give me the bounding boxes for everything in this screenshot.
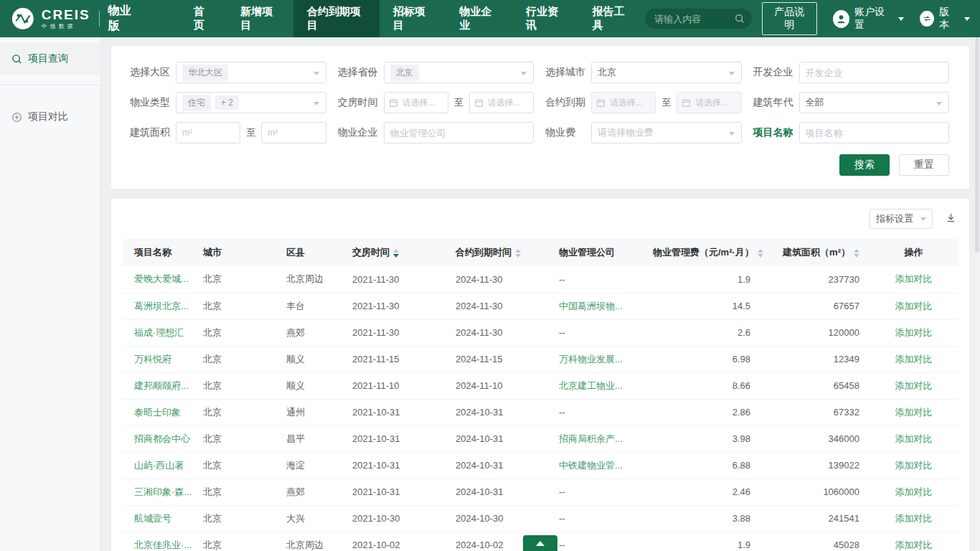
delivery-date-cell: 2021-10-31 — [347, 452, 450, 479]
delivery-from-datepicker[interactable]: 请选择... — [384, 92, 448, 113]
province-select[interactable]: 北京 — [384, 62, 534, 83]
company-link[interactable]: 中国葛洲坝物... — [559, 301, 623, 311]
city-cell: 北京 — [197, 346, 281, 372]
nav-item-new-projects[interactable]: 新增项目 — [227, 0, 293, 37]
add-compare-link[interactable]: 添加对比 — [895, 273, 933, 284]
sort-icon[interactable] — [854, 249, 859, 258]
add-compare-link[interactable]: 添加对比 — [895, 407, 933, 418]
table-row: 建邦顺颐府...北京顺义2021-11-102024-11-10北京建工物业..… — [123, 372, 958, 399]
delivery-to-datepicker[interactable]: 请选择... — [469, 92, 534, 113]
company-cell: -- — [553, 266, 647, 293]
account-settings-dropdown[interactable]: 账户设置 — [833, 6, 904, 32]
nav-item-report-tools[interactable]: 报告工具 — [579, 0, 646, 37]
project-link[interactable]: 泰晤士印象 — [134, 407, 181, 418]
action-cell: 添加对比 — [870, 479, 958, 505]
nav-item-contract-expiry-projects[interactable]: 合约到期项目 — [293, 0, 380, 37]
project-link[interactable]: 三湘印象·森... — [134, 486, 192, 497]
area-label: 建筑面积 — [130, 126, 176, 139]
date-placeholder: 请选择... — [610, 97, 643, 109]
nav-item-industry-news[interactable]: 行业资讯 — [512, 0, 579, 37]
version-dropdown[interactable]: 版本 — [920, 6, 970, 32]
scrollbar-thumb[interactable] — [975, 37, 979, 253]
district-cell: 丰台 — [281, 293, 347, 319]
back-to-top-button[interactable] — [523, 535, 557, 551]
project-link[interactable]: 建邦顺颐府... — [134, 380, 189, 391]
table-row: 福成·理想汇北京燕郊2021-11-302024-11-30--2.612000… — [123, 319, 958, 346]
table-row: 航城壹号北京大兴2021-10-302024-10-30--3.88241541… — [123, 505, 958, 532]
column-header-fee[interactable]: 物业管理费（元/m²·月） — [647, 239, 760, 266]
table-row: 万科悦府北京顺义2021-11-152024-11-15万科物业发展...6.9… — [123, 346, 958, 372]
project-name-cell: 航城壹号 — [123, 505, 197, 532]
sidebar-item-project-search[interactable]: 项目查询 — [0, 43, 100, 75]
project-link[interactable]: 福成·理想汇 — [134, 327, 184, 338]
search-button[interactable]: 搜索 — [839, 154, 890, 176]
project-link[interactable]: 万科悦府 — [134, 354, 171, 364]
column-header-company: 物业管理公司 — [553, 239, 647, 266]
table-row: 泰晤士印象北京通州2021-10-312024-10-31--2.8667332… — [123, 399, 958, 425]
product-info-button[interactable]: 产品说明 — [762, 2, 817, 35]
company-link[interactable]: 中铁建物业管... — [559, 460, 623, 471]
search-icon[interactable] — [735, 14, 745, 24]
add-compare-link[interactable]: 添加对比 — [895, 354, 933, 364]
project-name-input[interactable] — [806, 128, 943, 138]
project-name-cell: 爱晚大爱城... — [123, 266, 197, 293]
add-compare-link[interactable]: 添加对比 — [895, 540, 933, 550]
delivery-date-cell: 2021-10-02 — [347, 532, 450, 551]
company-link[interactable]: 招商局积余产... — [559, 433, 623, 444]
project-link[interactable]: 葛洲坝北京... — [134, 301, 189, 311]
expiry-date-cell: 2024-10-31 — [450, 425, 553, 452]
pm-company-input[interactable] — [390, 128, 528, 138]
add-compare-link[interactable]: 添加对比 — [895, 327, 933, 338]
nav-item-property-companies[interactable]: 物业企业 — [446, 0, 512, 37]
download-button[interactable] — [944, 211, 958, 227]
area-max-input[interactable] — [268, 128, 319, 138]
delivery-date-cell: 2021-11-15 — [347, 346, 450, 372]
indicator-settings-select[interactable]: 指标设置 — [870, 209, 933, 229]
build-year-select[interactable]: 全部 — [799, 92, 950, 113]
column-header-area[interactable]: 建筑面积（m²） — [760, 239, 870, 266]
area-cell: 139022 — [760, 452, 870, 479]
column-header-district: 区县 — [281, 239, 347, 266]
add-compare-link[interactable]: 添加对比 — [895, 513, 933, 524]
search-icon — [11, 54, 22, 65]
pm-fee-select[interactable]: 请选择物业费 — [591, 122, 742, 143]
global-search-box[interactable] — [645, 9, 752, 29]
version-label: 版本 — [939, 6, 958, 32]
nav-item-bidding-projects[interactable]: 招标项目 — [380, 0, 446, 37]
page-scrollbar[interactable] — [974, 37, 980, 551]
sort-icon[interactable] — [393, 249, 399, 258]
reset-button[interactable]: 重置 — [899, 154, 949, 176]
nav-item-home[interactable]: 首页 — [180, 0, 227, 37]
city-select[interactable]: 北京 — [591, 62, 742, 83]
add-compare-link[interactable]: 添加对比 — [895, 380, 933, 391]
sidebar-item-project-compare[interactable]: 项目对比 — [0, 101, 100, 133]
add-compare-link[interactable]: 添加对比 — [895, 301, 933, 311]
sort-icon[interactable] — [515, 249, 521, 258]
project-link[interactable]: 招商都会中心 — [134, 433, 190, 444]
column-header-delivery[interactable]: 交房时间 — [347, 239, 450, 266]
developer-input[interactable] — [806, 67, 943, 78]
arrow-up-icon — [536, 541, 545, 546]
contract-expiry-from-datepicker[interactable]: 请选择... — [591, 92, 656, 113]
company-link[interactable]: 万科物业发展... — [559, 354, 623, 364]
add-compare-link[interactable]: 添加对比 — [895, 460, 933, 471]
area-min-input[interactable] — [182, 128, 234, 138]
project-link[interactable]: 爱晚大爱城... — [134, 273, 189, 284]
global-search-input[interactable] — [654, 14, 735, 24]
project-link[interactable]: 北京佳兆业·... — [134, 540, 192, 550]
add-compare-link[interactable]: 添加对比 — [895, 486, 933, 497]
city-value: 北京 — [598, 66, 616, 79]
expiry-date-cell: 2024-11-15 — [450, 346, 553, 372]
property-type-select[interactable]: 住宅 + 2 — [176, 92, 326, 113]
project-link[interactable]: 山屿·西山著 — [134, 460, 184, 471]
project-link[interactable]: 航城壹号 — [134, 513, 171, 524]
add-compare-link[interactable]: 添加对比 — [895, 433, 933, 444]
logo[interactable]: CREIS 中指数据 物业版 — [11, 4, 138, 34]
company-link[interactable]: 北京建工物业... — [559, 380, 623, 391]
area-max-field — [261, 122, 326, 143]
sort-icon[interactable] — [758, 249, 763, 258]
contract-expiry-to-datepicker[interactable]: 请选择... — [677, 92, 741, 113]
company-cell: -- — [553, 479, 647, 505]
region-select[interactable]: 华北大区 — [176, 62, 326, 83]
column-header-expiry[interactable]: 合约到期时间 — [450, 239, 553, 266]
